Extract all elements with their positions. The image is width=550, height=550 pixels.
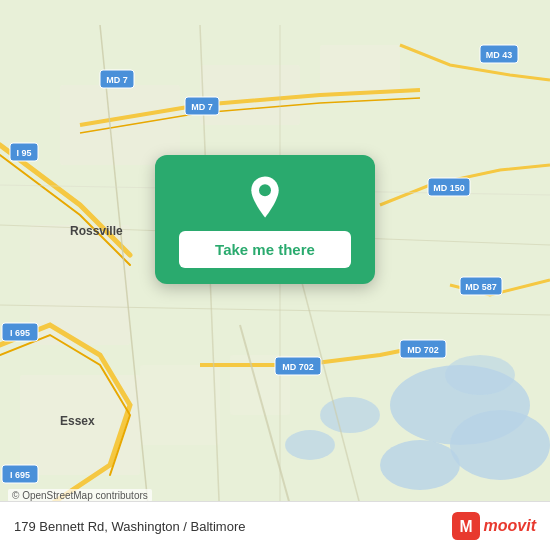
svg-text:Essex: Essex [60, 414, 95, 428]
svg-point-44 [259, 184, 271, 196]
bottom-bar: 179 Bennett Rd, Washington / Baltimore M… [0, 501, 550, 550]
svg-text:MD 702: MD 702 [282, 362, 314, 372]
svg-text:I 95: I 95 [16, 148, 31, 158]
svg-point-4 [320, 397, 380, 433]
svg-rect-8 [200, 65, 300, 125]
navigation-popup: Take me there [155, 155, 375, 284]
svg-rect-12 [140, 365, 220, 445]
moovit-brand-text: moovit [484, 517, 536, 535]
svg-point-2 [450, 410, 550, 480]
map-container: I 95 I 695 I 695 MD 7 MD 7 MD 702 MD 702… [0, 0, 550, 550]
address-text: 179 Bennett Rd, Washington / Baltimore [14, 519, 245, 534]
svg-point-3 [380, 440, 460, 490]
moovit-icon: M [452, 512, 480, 540]
svg-text:MD 150: MD 150 [433, 183, 465, 193]
moovit-logo: M moovit [452, 512, 536, 540]
svg-rect-7 [60, 85, 180, 165]
svg-text:MD 43: MD 43 [486, 50, 513, 60]
svg-text:MD 7: MD 7 [191, 102, 213, 112]
svg-text:MD 587: MD 587 [465, 282, 497, 292]
svg-rect-9 [320, 45, 400, 95]
svg-text:I 695: I 695 [10, 328, 30, 338]
location-pin-icon [241, 173, 289, 221]
svg-point-5 [285, 430, 335, 460]
svg-text:M: M [459, 518, 472, 535]
svg-text:MD 7: MD 7 [106, 75, 128, 85]
take-me-there-button[interactable]: Take me there [179, 231, 351, 268]
svg-text:Rossville: Rossville [70, 224, 123, 238]
svg-point-6 [445, 355, 515, 395]
svg-text:I 695: I 695 [10, 470, 30, 480]
svg-text:MD 702: MD 702 [407, 345, 439, 355]
